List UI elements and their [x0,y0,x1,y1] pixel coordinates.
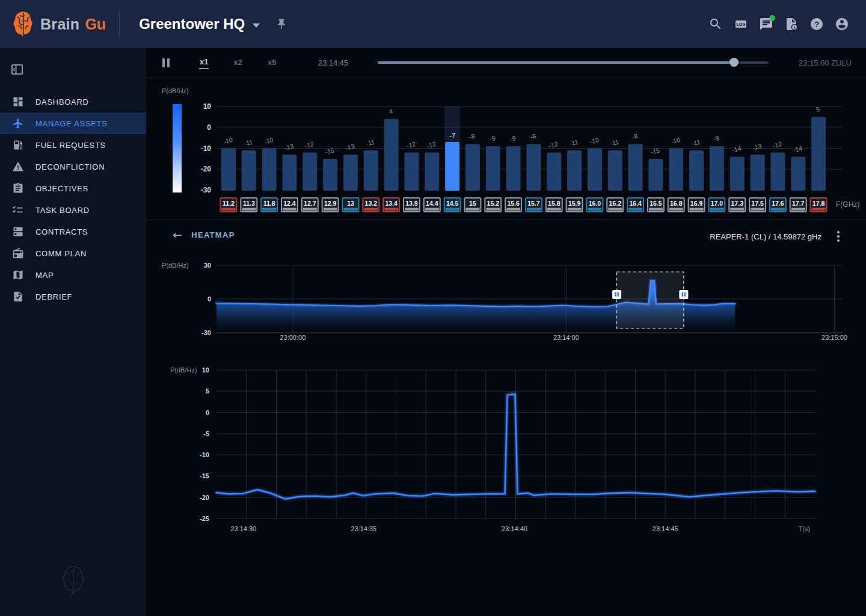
svg-text:?: ? [814,20,819,29]
svg-text:16.4: 16.4 [629,200,642,207]
frequency-box-underline [812,208,826,211]
spectrum-bar[interactable] [445,142,459,191]
notification-badge [769,15,775,21]
timeline-slider-fill [378,61,734,64]
spectrum-bar[interactable] [567,150,582,191]
back-button[interactable]: ← HEATMAP [169,229,239,241]
spectrum-bar[interactable] [262,149,277,191]
timeline-slider[interactable] [378,61,769,64]
frequency-box-underline [568,208,582,211]
brand: BrainGu [0,10,106,38]
spectrum-bar[interactable] [242,150,256,191]
svg-text:-10: -10 [201,144,212,153]
frequency-box-underline [242,208,256,211]
spectrum-bar[interactable] [282,155,296,191]
spectrum-bar[interactable] [710,146,724,191]
svg-text:-12: -12 [548,140,559,149]
search-icon[interactable] [708,17,723,31]
sidebar-item-task-board[interactable]: TASK BOARD [0,199,146,221]
sidebar-item-debrief[interactable]: DEBRIEF [0,286,146,307]
frequency-box-underline [324,208,337,211]
svg-text:-15: -15 [200,472,209,479]
spectrum-bar[interactable] [384,119,399,191]
spectrum-bar[interactable] [628,144,643,191]
svg-text:-12: -12 [406,140,417,149]
svg-text:13.9: 13.9 [405,200,418,207]
sidebar-item-label: TASK BOARD [35,206,90,215]
svg-text:i: i [794,25,795,30]
svg-text:-14: -14 [792,144,803,153]
spectrum-bar[interactable] [751,155,765,191]
svg-text:5: 5 [206,387,209,395]
brand-text-primary: Brain [40,16,79,33]
sidebar-item-comm-plan[interactable]: COMM PLAN [0,242,146,264]
speed-x5-button[interactable]: x5 [267,57,277,69]
spectrum-bar[interactable] [404,152,419,191]
app-header: BrainGu Greentower HQ LOGi? [0,0,866,48]
svg-text:-9: -9 [489,134,496,143]
spectrum-bar[interactable] [465,144,480,191]
spectrum-bar[interactable] [730,156,745,191]
svg-text:14.4: 14.4 [426,200,438,207]
sidebar-collapse-icon[interactable] [10,62,25,76]
svg-text:-13: -13 [752,142,763,151]
speed-x2-button[interactable]: x2 [233,57,242,69]
svg-text:15.9: 15.9 [568,200,581,207]
spectrum-bar[interactable] [323,159,337,191]
detail-chart: 1050-5-10-15-20-2523:14:3023:14:3523:14:… [146,361,866,538]
spectrum-bar[interactable] [791,156,805,191]
speed-x1-button[interactable]: x1 [199,57,209,69]
color-scale-legend [173,104,182,192]
pause-button[interactable] [162,58,170,67]
pin-icon[interactable] [275,18,287,30]
help-icon[interactable]: ? [809,17,824,31]
spectrum-bar[interactable] [547,152,561,191]
log-icon[interactable]: LOG [734,17,748,31]
sidebar-item-objectives[interactable]: OBJECTIVES [0,177,146,199]
svg-text:30: 30 [204,262,211,269]
svg-text:-8: -8 [529,132,536,141]
spectrum-bar[interactable] [588,149,602,191]
sidebar-item-map[interactable]: MAP [0,264,146,286]
kebab-menu-icon[interactable] [836,230,841,243]
svg-text:17.0: 17.0 [711,200,723,207]
spectrum-bar[interactable] [302,152,317,191]
workspace-switcher[interactable]: Greentower HQ [135,15,263,33]
spectrum-bar[interactable] [608,150,622,191]
frequency-box-underline [405,208,419,211]
sidebar: DASHBOARDMANAGE ASSETSFUEL REQUESTSDECON… [0,48,146,616]
brush-handle-right[interactable] [679,290,688,299]
file-info-icon[interactable]: i [784,17,799,31]
sidebar-item-manage-assets[interactable]: MANAGE ASSETS [0,112,146,134]
svg-text:16.8: 16.8 [670,200,683,207]
sidebar-item-label: DEBRIEF [35,292,72,301]
sidebar-item-dashboard[interactable]: DASHBOARD [0,91,146,112]
spectrum-bar[interactable] [506,146,521,191]
svg-text:-15: -15 [324,146,335,155]
brush-selection[interactable] [617,272,684,328]
account-icon[interactable] [835,17,849,31]
brush-handle-left[interactable] [612,290,621,299]
spectrum-bar[interactable] [526,144,541,191]
sidebar-item-contracts[interactable]: CONTRACTS [0,221,146,242]
spectrum-bar[interactable] [221,149,236,191]
spectrum-bar[interactable] [486,146,500,191]
sidebar-item-fuel-requests[interactable]: FUEL REQUESTS [0,134,146,156]
spectrum-bar[interactable] [364,150,378,191]
sidebar-item-label: OBJECTIVES [35,184,88,193]
spectrum-bar[interactable] [343,155,358,191]
svg-text:F(GHz): F(GHz) [836,200,859,209]
spectrum-bar[interactable] [811,117,826,191]
spectrum-bar[interactable] [770,152,785,191]
svg-text:-9: -9 [713,134,720,143]
playback-bar: x1x2x5 23:14:45 23:15:00 ZULU [146,48,866,78]
spectrum-bar[interactable] [425,152,439,191]
spectrum-bar[interactable] [689,150,704,191]
chat-icon[interactable] [759,17,773,31]
spectrum-bar[interactable] [648,159,663,191]
svg-text:10: 10 [202,366,209,374]
timeline-slider-thumb[interactable] [729,58,739,67]
sidebar-item-deconfliction[interactable]: DECONFLICTION [0,156,146,177]
spectrum-bar[interactable] [669,149,683,191]
svg-text:P(dB/Hz): P(dB/Hz) [162,262,189,269]
